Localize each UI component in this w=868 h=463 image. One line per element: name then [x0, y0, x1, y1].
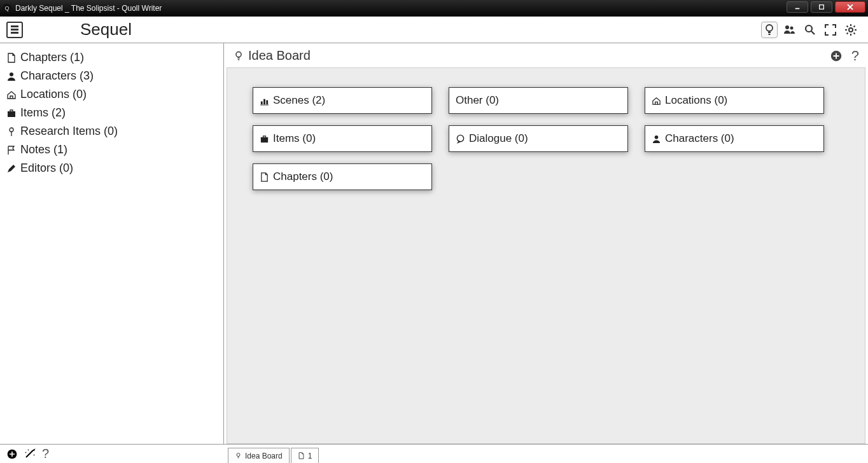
- fullscreen-button[interactable]: [822, 22, 839, 38]
- idea-card[interactable]: Scenes (2): [253, 87, 432, 114]
- sidebar: Chapters (1)Characters (3)Locations (0)I…: [0, 43, 224, 444]
- briefcase-icon: [6, 108, 17, 118]
- header-toolbar: [761, 22, 868, 38]
- idea-card[interactable]: Chapters (0): [253, 163, 432, 190]
- svg-rect-15: [820, 5, 824, 10]
- sidebar-item[interactable]: Editors (0): [6, 159, 217, 177]
- window-title: Darkly Sequel _ The Solipsist - Quoll Wr…: [15, 4, 162, 13]
- sidebar-item-label: Characters (3): [20, 69, 94, 83]
- minimize-button[interactable]: [787, 1, 808, 13]
- idea-card[interactable]: Characters (0): [645, 125, 824, 152]
- settings-button[interactable]: [843, 22, 859, 38]
- content-header: Idea Board ?: [224, 43, 868, 67]
- sidebar-item-label: Items (2): [20, 106, 66, 120]
- window-titlebar: Q Darkly Sequel _ The Solipsist - Quoll …: [0, 0, 868, 17]
- sidebar-item[interactable]: Notes (1): [6, 141, 217, 159]
- speech-icon: [456, 134, 465, 144]
- tab-label: 1: [308, 452, 312, 460]
- card-label: Other (0): [456, 94, 499, 107]
- sidebar-item[interactable]: Research Items (0): [6, 122, 217, 141]
- person-icon: [6, 71, 17, 81]
- idea-button[interactable]: [761, 22, 778, 38]
- sidebar-item[interactable]: Characters (3): [6, 67, 217, 85]
- content-area: Idea Board ? Scenes (2)Other (0)Location…: [224, 43, 868, 444]
- idea-card[interactable]: Locations (0): [645, 87, 824, 114]
- board-grid: Scenes (2)Other (0)Locations (0)Items (0…: [253, 87, 839, 190]
- find-button[interactable]: [802, 22, 818, 38]
- tab-label: Idea Board: [245, 452, 283, 460]
- project-title: Sequel: [80, 20, 132, 39]
- content-actions: ?: [830, 48, 859, 64]
- briefcase-icon: [260, 134, 269, 144]
- close-button[interactable]: [835, 1, 865, 13]
- add-button[interactable]: [830, 50, 843, 62]
- tab-bar: Idea Board1: [224, 444, 868, 463]
- doc-icon: [260, 172, 269, 182]
- app-header: Sequel: [0, 17, 868, 43]
- idea-icon: [233, 50, 244, 62]
- pin-icon: [6, 127, 17, 137]
- app-logo-icon[interactable]: [6, 22, 23, 38]
- sidebar-item[interactable]: Chapters (1): [6, 48, 217, 67]
- window-controls: [785, 0, 868, 17]
- bottom-bar: ? Idea Board1: [0, 444, 868, 463]
- card-label: Characters (0): [665, 132, 734, 145]
- home-icon: [652, 96, 661, 106]
- sidebar-item[interactable]: Locations (0): [6, 85, 217, 104]
- sidebar-item[interactable]: Items (2): [6, 104, 217, 122]
- card-label: Dialogue (0): [469, 132, 528, 145]
- idea-card[interactable]: Other (0): [449, 87, 628, 114]
- help-button[interactable]: ?: [42, 446, 49, 461]
- card-label: Locations (0): [665, 94, 727, 107]
- card-label: Chapters (0): [273, 170, 333, 183]
- doc-icon: [298, 452, 305, 459]
- tab[interactable]: 1: [291, 448, 319, 463]
- card-label: Scenes (2): [273, 94, 325, 107]
- sidebar-footer: ?: [0, 444, 224, 463]
- main-area: Chapters (1)Characters (3)Locations (0)I…: [0, 43, 868, 444]
- sidebar-item-label: Chapters (1): [20, 51, 84, 64]
- idea-card[interactable]: Items (0): [253, 125, 432, 152]
- idea-board: Scenes (2)Other (0)Locations (0)Items (0…: [227, 67, 865, 444]
- wand-button[interactable]: [24, 448, 36, 460]
- app-icon: Q: [3, 4, 11, 13]
- page-title: Idea Board: [233, 48, 311, 63]
- sidebar-item-label: Research Items (0): [20, 125, 118, 138]
- contacts-button[interactable]: [781, 22, 798, 38]
- flag-icon: [6, 145, 17, 155]
- help-button[interactable]: ?: [851, 48, 859, 64]
- add-button[interactable]: [6, 448, 18, 460]
- chart-icon: [260, 96, 269, 106]
- idea-board-title: Idea Board: [248, 48, 311, 63]
- doc-icon: [6, 53, 17, 63]
- sidebar-item-label: Locations (0): [20, 88, 87, 101]
- person-icon: [652, 134, 661, 144]
- sidebar-item-label: Editors (0): [20, 162, 73, 175]
- home-icon: [6, 90, 17, 100]
- sidebar-item-label: Notes (1): [20, 143, 67, 156]
- pencil-icon: [6, 163, 17, 174]
- idea-icon: [235, 452, 242, 459]
- maximize-button[interactable]: [811, 1, 832, 13]
- card-label: Items (0): [273, 132, 316, 145]
- idea-card[interactable]: Dialogue (0): [449, 125, 628, 152]
- tab[interactable]: Idea Board: [228, 448, 290, 463]
